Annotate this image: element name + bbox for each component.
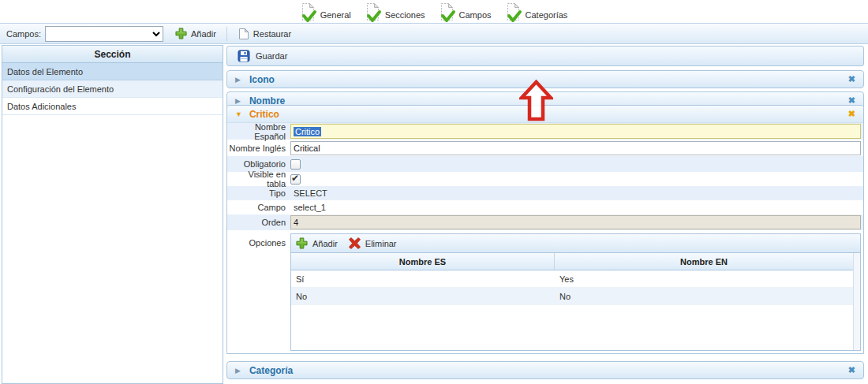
guardar-label: Guardar: [256, 51, 287, 61]
opciones-table-header: Nombre ES Nombre EN: [291, 253, 853, 270]
anadir-label: Añadir: [191, 29, 216, 39]
page-icon: [238, 28, 249, 40]
section-title[interactable]: Critico: [249, 109, 279, 120]
guardar-button[interactable]: Guardar: [234, 48, 291, 64]
campos-select[interactable]: [45, 26, 163, 42]
close-icon[interactable]: ✖: [848, 365, 855, 375]
tab-label: General: [320, 10, 351, 23]
section-title[interactable]: Categoría: [249, 365, 293, 376]
opciones-anadir-label: Añadir: [312, 239, 338, 248]
campos-toolbar: Campos: Añadir Restaurar: [0, 23, 868, 44]
form-row-orden: Orden: [227, 214, 863, 230]
campos-label: Campos:: [6, 29, 41, 39]
tab-label: Campos: [459, 10, 492, 23]
cell-nombre-en: Yes: [555, 274, 853, 284]
field-label: Opciones: [227, 232, 290, 248]
form-row-visible-en-tabla: Visible en tabla: [227, 172, 863, 186]
seccion-header: Sección: [2, 46, 223, 63]
collapse-arrow-icon[interactable]: ▶: [235, 367, 241, 375]
page-check-icon: [440, 2, 456, 23]
field-label: Orden: [227, 218, 290, 227]
column-header-nombre-es[interactable]: Nombre ES: [291, 253, 555, 270]
table-row[interactable]: No No: [291, 288, 853, 305]
form-row-nombre-espanol: Nombre Español Critico: [227, 123, 863, 140]
close-icon[interactable]: ✖: [848, 109, 855, 119]
section-categoria: ▶ Categoría ✖: [226, 361, 864, 379]
page-check-icon: [506, 2, 522, 23]
seccion-panel: Sección Datos del Elemento Configuración…: [2, 45, 223, 384]
tab-campos[interactable]: Campos: [440, 2, 492, 23]
cell-nombre-es: No: [291, 292, 555, 301]
obligatorio-checkbox[interactable]: [290, 159, 301, 170]
field-label: Nombre Inglés: [227, 144, 290, 153]
section-item-label: Datos del Elemento: [7, 67, 83, 76]
close-icon[interactable]: ✖: [848, 74, 855, 84]
anadir-button[interactable]: Añadir: [170, 26, 222, 41]
form-row-campo: Campo select_1: [227, 200, 863, 214]
red-up-arrow-annotation: [519, 80, 553, 121]
selected-text: Critico: [294, 127, 321, 136]
section-item-label: Datos Adicionales: [7, 102, 76, 111]
field-label: Visible en tabla: [227, 170, 290, 188]
orden-input[interactable]: [290, 215, 861, 229]
delete-x-icon: [349, 237, 361, 249]
opciones-toolbar: Añadir Eliminar: [290, 233, 861, 253]
table-scrollbar[interactable]: [853, 253, 860, 350]
field-label: Tipo: [227, 188, 290, 198]
opciones-table: Nombre ES Nombre EN Sí Yes No No: [290, 253, 861, 351]
section-item-datos-del-elemento[interactable]: Datos del Elemento: [2, 63, 223, 80]
opciones-eliminar-label: Eliminar: [365, 239, 397, 248]
section-item-label: Configuración del Elemento: [7, 84, 114, 94]
page-check-icon: [301, 2, 317, 23]
cell-nombre-en: No: [555, 292, 853, 301]
plus-icon: [296, 237, 308, 249]
collapse-arrow-icon[interactable]: ▼: [235, 110, 242, 118]
form-row-opciones: Opciones Añadir Eliminar: [227, 232, 863, 351]
page-check-icon: [365, 2, 382, 23]
plus-icon: [175, 28, 187, 39]
field-label: Nombre Español: [227, 122, 290, 141]
cell-nombre-es: Sí: [291, 274, 555, 284]
toolbar-separator: [226, 27, 227, 41]
collapse-arrow-icon[interactable]: ▶: [235, 76, 241, 84]
opciones-eliminar-button[interactable]: Eliminar: [349, 237, 397, 249]
field-label: Campo: [227, 203, 290, 212]
campo-value: select_1: [290, 203, 326, 212]
opciones-anadir-button[interactable]: Añadir: [296, 237, 338, 249]
section-item-configuracion-del-elemento[interactable]: Configuración del Elemento: [2, 80, 223, 98]
tipo-value: SELECT: [290, 188, 327, 198]
form-row-tipo: Tipo SELECT: [227, 186, 863, 200]
column-header-nombre-en[interactable]: Nombre EN: [555, 253, 853, 270]
form-row-obligatorio: Obligatorio: [227, 156, 863, 172]
tab-categorias[interactable]: Categorías: [506, 2, 568, 23]
section-critico-panel: ▼ Critico ✖ Nombre Español Critico Nombr…: [226, 105, 864, 354]
collapse-arrow-icon[interactable]: ▶: [235, 97, 241, 105]
visible-en-tabla-checkbox[interactable]: [290, 174, 301, 185]
section-item-datos-adicionales[interactable]: Datos Adicionales: [2, 98, 223, 115]
form-row-nombre-ingles: Nombre Inglés: [227, 140, 863, 156]
tab-secciones[interactable]: Secciones: [365, 2, 425, 23]
field-label: Obligatorio: [227, 159, 290, 169]
tab-label: Secciones: [385, 10, 425, 23]
app-window: General Secciones Campos Cate: [0, 0, 868, 384]
step-tabs: General Secciones Campos Cate: [0, 0, 868, 23]
table-row[interactable]: Sí Yes: [291, 270, 853, 288]
save-icon: [238, 50, 250, 62]
tab-general[interactable]: General: [301, 2, 351, 23]
nombre-espanol-input[interactable]: Critico: [290, 124, 861, 139]
tab-label: Categorías: [526, 10, 568, 23]
restaurar-button[interactable]: Restaurar: [232, 26, 297, 42]
restaurar-label: Restaurar: [253, 29, 291, 39]
nombre-ingles-input[interactable]: [290, 141, 861, 155]
section-title[interactable]: Icono: [249, 74, 275, 85]
save-toolbar: Guardar: [226, 46, 864, 66]
